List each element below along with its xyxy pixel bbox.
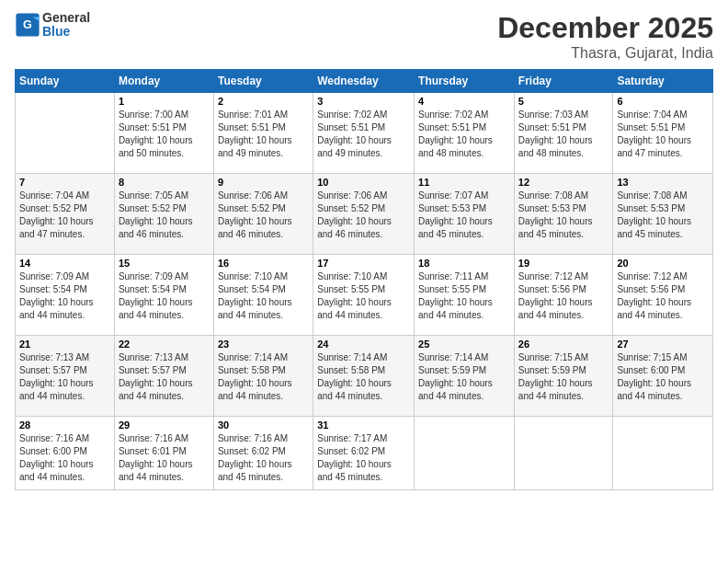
logo: G General Blue (15, 11, 90, 40)
day-info: Sunrise: 7:06 AM Sunset: 5:52 PM Dayligh… (317, 190, 410, 241)
calendar-cell: 26Sunrise: 7:15 AM Sunset: 5:59 PM Dayli… (514, 336, 613, 417)
page: G General Blue December 2025 Thasra, Guj… (0, 0, 728, 563)
day-info: Sunrise: 7:04 AM Sunset: 5:51 PM Dayligh… (617, 109, 709, 160)
calendar-cell (415, 417, 515, 490)
day-number: 26 (518, 339, 609, 350)
day-info: Sunrise: 7:03 AM Sunset: 5:51 PM Dayligh… (518, 109, 609, 160)
day-number: 16 (218, 258, 309, 269)
calendar-cell: 10Sunrise: 7:06 AM Sunset: 5:52 PM Dayli… (313, 174, 415, 255)
day-info: Sunrise: 7:01 AM Sunset: 5:51 PM Dayligh… (218, 109, 309, 160)
calendar-cell: 31Sunrise: 7:17 AM Sunset: 6:02 PM Dayli… (313, 417, 415, 490)
day-number: 10 (317, 177, 410, 188)
calendar-cell: 4Sunrise: 7:02 AM Sunset: 5:51 PM Daylig… (415, 93, 515, 174)
weekday-header-wednesday: Wednesday (313, 70, 415, 93)
calendar-cell: 28Sunrise: 7:16 AM Sunset: 6:00 PM Dayli… (16, 417, 115, 490)
week-row-1: 1Sunrise: 7:00 AM Sunset: 5:51 PM Daylig… (16, 93, 713, 174)
calendar-cell: 9Sunrise: 7:06 AM Sunset: 5:52 PM Daylig… (213, 174, 313, 255)
calendar-cell: 2Sunrise: 7:01 AM Sunset: 5:51 PM Daylig… (213, 93, 313, 174)
calendar-cell: 27Sunrise: 7:15 AM Sunset: 6:00 PM Dayli… (613, 336, 713, 417)
calendar-cell: 8Sunrise: 7:05 AM Sunset: 5:52 PM Daylig… (114, 174, 213, 255)
svg-text:G: G (23, 19, 32, 32)
calendar-cell: 24Sunrise: 7:14 AM Sunset: 5:58 PM Dayli… (313, 336, 415, 417)
month-title: December 2025 (497, 11, 713, 45)
weekday-header-sunday: Sunday (16, 70, 115, 93)
day-number: 25 (418, 339, 510, 350)
calendar-cell: 5Sunrise: 7:03 AM Sunset: 5:51 PM Daylig… (514, 93, 613, 174)
day-info: Sunrise: 7:02 AM Sunset: 5:51 PM Dayligh… (317, 109, 410, 160)
calendar-cell: 20Sunrise: 7:12 AM Sunset: 5:56 PM Dayli… (613, 255, 713, 336)
day-info: Sunrise: 7:12 AM Sunset: 5:56 PM Dayligh… (617, 270, 709, 322)
day-number: 18 (418, 258, 510, 269)
calendar-cell: 6Sunrise: 7:04 AM Sunset: 5:51 PM Daylig… (613, 93, 713, 174)
calendar-cell: 18Sunrise: 7:11 AM Sunset: 5:55 PM Dayli… (415, 255, 515, 336)
day-info: Sunrise: 7:06 AM Sunset: 5:52 PM Dayligh… (218, 190, 309, 241)
day-number: 27 (617, 339, 709, 350)
day-info: Sunrise: 7:11 AM Sunset: 5:55 PM Dayligh… (418, 270, 510, 322)
day-info: Sunrise: 7:00 AM Sunset: 5:51 PM Dayligh… (119, 109, 210, 160)
day-number: 28 (19, 419, 110, 431)
day-info: Sunrise: 7:08 AM Sunset: 5:53 PM Dayligh… (518, 190, 609, 241)
calendar-cell: 3Sunrise: 7:02 AM Sunset: 5:51 PM Daylig… (313, 93, 415, 174)
day-number: 12 (518, 177, 609, 188)
calendar-cell: 14Sunrise: 7:09 AM Sunset: 5:54 PM Dayli… (16, 255, 115, 336)
day-info: Sunrise: 7:13 AM Sunset: 5:57 PM Dayligh… (119, 351, 210, 403)
calendar-cell: 19Sunrise: 7:12 AM Sunset: 5:56 PM Dayli… (514, 255, 613, 336)
day-number: 19 (518, 258, 609, 269)
location: Thasra, Gujarat, India (497, 45, 713, 62)
day-number: 31 (317, 419, 410, 431)
header: G General Blue December 2025 Thasra, Guj… (15, 11, 713, 62)
calendar-cell: 13Sunrise: 7:08 AM Sunset: 5:53 PM Dayli… (613, 174, 713, 255)
calendar-table: SundayMondayTuesdayWednesdayThursdayFrid… (15, 69, 713, 490)
weekday-header-row: SundayMondayTuesdayWednesdayThursdayFrid… (16, 70, 713, 93)
logo-blue: Blue (42, 25, 90, 39)
calendar-cell (514, 417, 613, 490)
day-info: Sunrise: 7:14 AM Sunset: 5:58 PM Dayligh… (218, 351, 309, 403)
week-row-4: 21Sunrise: 7:13 AM Sunset: 5:57 PM Dayli… (16, 336, 713, 417)
day-info: Sunrise: 7:12 AM Sunset: 5:56 PM Dayligh… (518, 270, 609, 322)
calendar-cell: 11Sunrise: 7:07 AM Sunset: 5:53 PM Dayli… (415, 174, 515, 255)
calendar-cell: 12Sunrise: 7:08 AM Sunset: 5:53 PM Dayli… (514, 174, 613, 255)
day-number: 15 (119, 258, 210, 269)
calendar-cell: 22Sunrise: 7:13 AM Sunset: 5:57 PM Dayli… (114, 336, 213, 417)
day-number: 11 (418, 177, 510, 188)
day-number: 20 (617, 258, 709, 269)
calendar-cell: 7Sunrise: 7:04 AM Sunset: 5:52 PM Daylig… (16, 174, 115, 255)
calendar-cell: 25Sunrise: 7:14 AM Sunset: 5:59 PM Dayli… (415, 336, 515, 417)
week-row-2: 7Sunrise: 7:04 AM Sunset: 5:52 PM Daylig… (16, 174, 713, 255)
day-number: 24 (317, 339, 410, 350)
logo-icon: G (15, 12, 40, 38)
day-info: Sunrise: 7:13 AM Sunset: 5:57 PM Dayligh… (19, 351, 110, 403)
calendar-cell: 1Sunrise: 7:00 AM Sunset: 5:51 PM Daylig… (114, 93, 213, 174)
calendar-cell (613, 417, 713, 490)
calendar-cell: 16Sunrise: 7:10 AM Sunset: 5:54 PM Dayli… (213, 255, 313, 336)
day-number: 7 (19, 177, 110, 188)
day-number: 29 (119, 419, 210, 431)
weekday-header-monday: Monday (114, 70, 213, 93)
calendar-cell: 29Sunrise: 7:16 AM Sunset: 6:01 PM Dayli… (114, 417, 213, 490)
day-info: Sunrise: 7:17 AM Sunset: 6:02 PM Dayligh… (317, 432, 410, 484)
day-info: Sunrise: 7:10 AM Sunset: 5:55 PM Dayligh… (317, 270, 410, 322)
day-number: 6 (617, 96, 709, 107)
week-row-5: 28Sunrise: 7:16 AM Sunset: 6:00 PM Dayli… (16, 417, 713, 490)
day-info: Sunrise: 7:15 AM Sunset: 5:59 PM Dayligh… (518, 351, 609, 403)
day-number: 22 (119, 339, 210, 350)
day-info: Sunrise: 7:09 AM Sunset: 5:54 PM Dayligh… (119, 270, 210, 322)
day-number: 23 (218, 339, 309, 350)
day-info: Sunrise: 7:07 AM Sunset: 5:53 PM Dayligh… (418, 190, 510, 241)
day-number: 21 (19, 339, 110, 350)
day-info: Sunrise: 7:14 AM Sunset: 5:59 PM Dayligh… (418, 351, 510, 403)
day-number: 30 (218, 419, 309, 431)
weekday-header-thursday: Thursday (415, 70, 515, 93)
day-info: Sunrise: 7:16 AM Sunset: 6:02 PM Dayligh… (218, 432, 309, 484)
calendar-cell: 15Sunrise: 7:09 AM Sunset: 5:54 PM Dayli… (114, 255, 213, 336)
calendar-cell (16, 93, 115, 174)
day-number: 3 (317, 96, 410, 107)
day-number: 13 (617, 177, 709, 188)
logo-general: General (42, 10, 90, 25)
day-info: Sunrise: 7:10 AM Sunset: 5:54 PM Dayligh… (218, 270, 309, 322)
day-info: Sunrise: 7:15 AM Sunset: 6:00 PM Dayligh… (617, 351, 709, 403)
weekday-header-saturday: Saturday (613, 70, 713, 93)
day-info: Sunrise: 7:05 AM Sunset: 5:52 PM Dayligh… (119, 190, 210, 241)
day-number: 9 (218, 177, 309, 188)
day-number: 8 (119, 177, 210, 188)
